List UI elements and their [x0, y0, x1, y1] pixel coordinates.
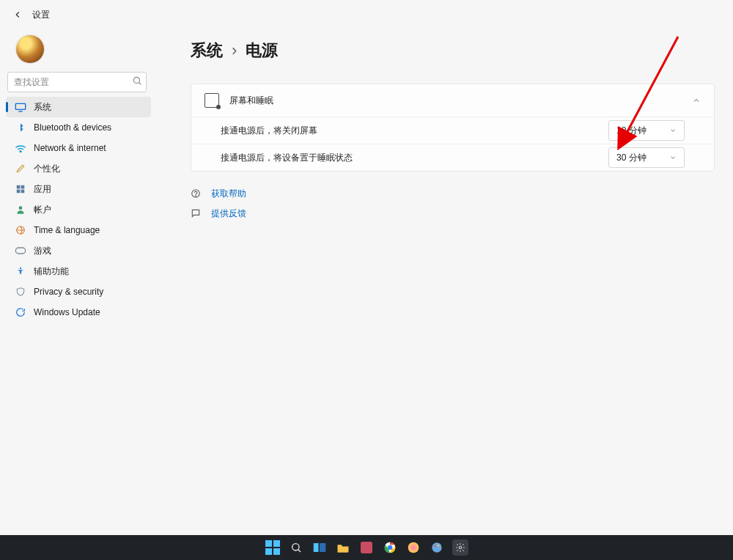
svg-rect-9 [15, 248, 25, 254]
settings-taskbar-button[interactable] [452, 539, 468, 556]
link-label: 获取帮助 [211, 188, 246, 200]
task-view-icon [313, 542, 326, 553]
sidebar-item-time-language[interactable]: Time & language [6, 220, 151, 240]
brush-icon [15, 163, 26, 174]
svg-rect-3 [17, 185, 21, 189]
row-screen-off: 接通电源后，将关闭屏幕 10 分钟 [191, 117, 714, 144]
bluetooth-icon [15, 122, 26, 133]
screen-sleep-panel: 屏幕和睡眠 接通电源后，将关闭屏幕 10 分钟 接通电源后，将设备置于睡眠状态 … [191, 84, 715, 172]
sidebar-item-windows-update[interactable]: Windows Update [6, 302, 151, 323]
start-button[interactable] [265, 539, 281, 556]
app-icon [408, 542, 419, 553]
pinned-app-3[interactable] [429, 539, 445, 556]
row-label: 接通电源后，将设备置于睡眠状态 [221, 152, 608, 164]
back-button[interactable] [7, 4, 28, 25]
sidebar-item-personalization[interactable]: 个性化 [6, 158, 151, 179]
sidebar-item-label: Network & internet [34, 143, 106, 153]
sidebar-item-label: Windows Update [34, 307, 100, 317]
app-icon [361, 542, 372, 553]
help-icon [191, 188, 202, 200]
main-content: 系统 › 电源 屏幕和睡眠 接通电源后，将关闭屏幕 10 分钟 接通电源后，将设… [191, 37, 715, 531]
accessibility-icon [15, 265, 26, 277]
pinned-app-chrome[interactable] [382, 539, 398, 556]
shield-icon [15, 286, 26, 298]
sleep-dropdown[interactable]: 30 分钟 [608, 147, 685, 168]
panel-title: 屏幕和睡眠 [229, 95, 692, 107]
search-input[interactable] [7, 72, 147, 92]
globe-icon [15, 224, 26, 236]
feedback-link[interactable]: 提供反馈 [191, 207, 715, 220]
row-label: 接通电源后，将关闭屏幕 [221, 125, 608, 137]
chevron-down-icon [669, 154, 677, 161]
sidebar-item-accessibility[interactable]: 辅助功能 [6, 261, 151, 281]
svg-point-2 [20, 151, 21, 152]
task-view-button[interactable] [312, 539, 328, 556]
help-links: 获取帮助 提供反馈 [191, 188, 715, 220]
search-container [7, 72, 147, 92]
sidebar-item-system[interactable]: 系统 [6, 97, 151, 117]
get-help-link[interactable]: 获取帮助 [191, 188, 715, 200]
sidebar-item-label: 系统 [34, 101, 51, 114]
windows-logo-icon [265, 540, 280, 555]
svg-point-14 [292, 544, 299, 550]
gamepad-icon [15, 245, 26, 257]
breadcrumb-current: 电源 [246, 40, 278, 62]
svg-rect-4 [21, 185, 25, 189]
chevron-right-icon: › [232, 41, 237, 60]
user-avatar[interactable] [16, 35, 44, 63]
feedback-icon [191, 208, 202, 220]
gear-icon [455, 542, 465, 553]
monitor-icon [205, 93, 219, 108]
search-icon [290, 542, 302, 553]
dropdown-value: 30 分钟 [616, 152, 647, 164]
sidebar-item-privacy[interactable]: Privacy & security [6, 281, 151, 302]
sidebar-item-label: Time & language [34, 225, 100, 235]
chrome-icon [384, 542, 396, 553]
panel-header[interactable]: 屏幕和睡眠 [191, 84, 714, 117]
link-label: 提供反馈 [211, 207, 246, 220]
svg-rect-6 [21, 190, 25, 194]
svg-point-20 [408, 542, 419, 553]
system-icon [15, 101, 26, 113]
svg-rect-1 [15, 103, 25, 109]
sidebar-item-label: 应用 [34, 183, 51, 196]
row-sleep: 接通电源后，将设备置于睡眠状态 30 分钟 [191, 144, 714, 171]
sidebar-item-network[interactable]: Network & internet [6, 138, 151, 158]
sidebar-item-accounts[interactable]: 帐户 [6, 199, 151, 220]
arrow-left-icon [12, 10, 23, 20]
sidebar-item-label: 辅助功能 [34, 265, 69, 278]
chevron-down-icon [669, 127, 677, 134]
svg-rect-15 [314, 543, 319, 552]
svg-point-10 [20, 268, 21, 269]
svg-point-21 [432, 542, 441, 552]
sidebar-item-bluetooth[interactable]: Bluetooth & devices [6, 117, 151, 138]
svg-point-22 [434, 545, 436, 548]
file-explorer-button[interactable] [335, 539, 351, 556]
palette-icon [431, 542, 443, 553]
folder-icon [336, 542, 350, 553]
settings-window: 设置 系统 Bluetooth & devices Network & inte… [0, 0, 733, 560]
screen-off-dropdown[interactable]: 10 分钟 [608, 120, 685, 141]
svg-point-7 [19, 206, 23, 210]
taskbar-search-button[interactable] [288, 539, 304, 556]
pinned-app-1[interactable] [358, 539, 375, 556]
sidebar-item-label: 游戏 [34, 245, 51, 257]
svg-rect-5 [17, 190, 21, 194]
breadcrumb-root[interactable]: 系统 [191, 40, 223, 62]
svg-rect-16 [320, 543, 325, 552]
svg-rect-17 [361, 542, 372, 553]
chevron-up-icon [692, 96, 701, 105]
breadcrumb: 系统 › 电源 [191, 40, 715, 62]
sidebar-item-apps[interactable]: 应用 [6, 179, 151, 199]
taskbar [0, 535, 733, 560]
sidebar-item-label: 个性化 [34, 163, 60, 175]
wifi-icon [15, 142, 26, 154]
sidebar-item-gaming[interactable]: 游戏 [6, 240, 151, 261]
pinned-app-2[interactable] [405, 539, 421, 556]
svg-point-23 [438, 545, 440, 547]
sidebar: 系统 Bluetooth & devices Network & interne… [3, 97, 154, 323]
apps-icon [15, 183, 26, 195]
app-title: 设置 [32, 9, 50, 21]
update-icon [15, 306, 26, 318]
sidebar-item-label: Privacy & security [34, 287, 103, 297]
